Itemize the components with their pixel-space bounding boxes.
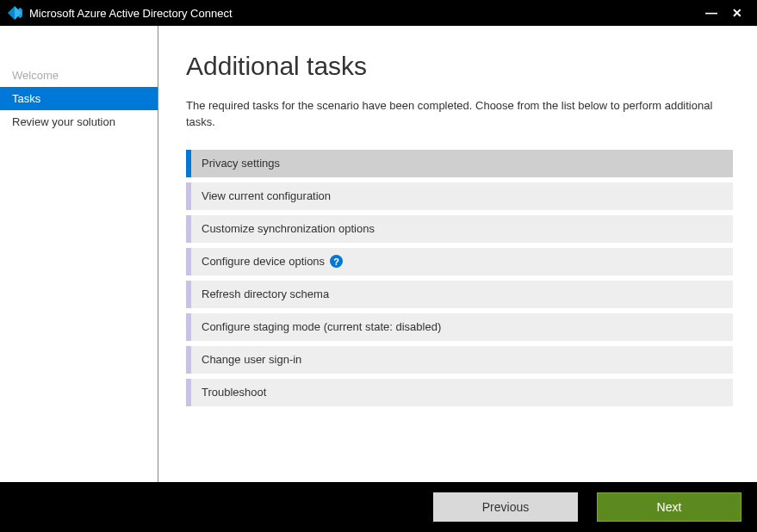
task-label: Configure device options (202, 255, 325, 268)
task-item[interactable]: Configure staging mode (current state: d… (186, 313, 733, 341)
page-description: The required tasks for the scenario have… (186, 98, 733, 131)
window-title: Microsoft Azure Active Directory Connect (29, 7, 698, 20)
task-label: Configure staging mode (current state: d… (202, 320, 441, 333)
page-title: Additional tasks (186, 52, 733, 81)
task-list: Privacy settingsView current configurati… (186, 150, 733, 406)
task-label: Change user sign-in (202, 353, 301, 366)
titlebar: Microsoft Azure Active Directory Connect… (0, 0, 757, 26)
task-item[interactable]: Change user sign-in (186, 346, 733, 374)
azure-logo-icon (7, 5, 22, 21)
task-item[interactable]: Customize synchronization options (186, 215, 733, 243)
task-indicator (186, 182, 191, 210)
next-button[interactable]: Next (597, 492, 741, 522)
task-label: View current configuration (202, 189, 331, 202)
task-indicator (186, 379, 191, 406)
task-indicator (186, 346, 191, 374)
task-label: Troubleshoot (202, 386, 266, 399)
task-item[interactable]: Configure device options? (186, 248, 733, 275)
task-indicator (186, 215, 191, 243)
task-label: Customize synchronization options (202, 222, 375, 235)
task-label: Privacy settings (202, 157, 280, 170)
task-indicator (186, 313, 191, 341)
task-label: Refresh directory schema (202, 288, 329, 300)
task-item[interactable]: Privacy settings (186, 150, 733, 177)
previous-button[interactable]: Previous (433, 492, 578, 522)
task-indicator (186, 248, 191, 275)
task-indicator (186, 281, 191, 308)
help-icon[interactable]: ? (330, 255, 343, 268)
task-item[interactable]: Refresh directory schema (186, 281, 733, 308)
content: Additional tasks The required tasks for … (158, 26, 757, 482)
minimize-button[interactable]: — (698, 6, 724, 20)
sidebar-item-welcome: Welcome (0, 64, 158, 87)
task-item[interactable]: Troubleshoot (186, 379, 733, 406)
close-button[interactable]: ✕ (724, 6, 750, 20)
task-indicator (186, 150, 191, 177)
footer: Previous Next (0, 482, 757, 532)
sidebar: WelcomeTasksReview your solution (0, 26, 158, 482)
sidebar-item-review-your-solution[interactable]: Review your solution (0, 110, 158, 133)
main-area: WelcomeTasksReview your solution Additio… (0, 26, 757, 482)
task-item[interactable]: View current configuration (186, 182, 733, 210)
sidebar-item-tasks[interactable]: Tasks (0, 87, 158, 110)
